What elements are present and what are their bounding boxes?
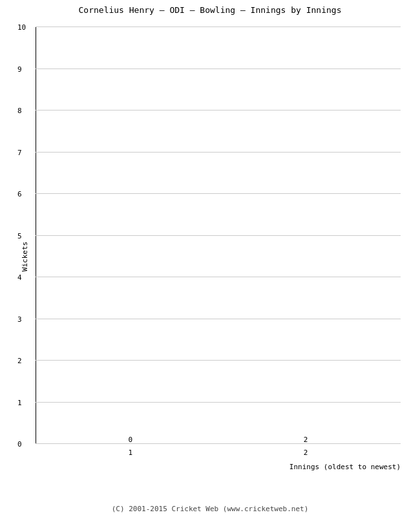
plot-area: 0 1 2 3 4 5 6 7 8 bbox=[36, 27, 401, 444]
x-axis-label: Innings (oldest to newest) bbox=[289, 463, 401, 471]
ytick-1: 1 bbox=[17, 398, 22, 406]
grid-line-0 bbox=[36, 443, 401, 444]
grid-line-10 bbox=[36, 26, 401, 27]
plot-border bbox=[36, 27, 401, 444]
ytick-3: 3 bbox=[17, 315, 22, 323]
ytick-4: 4 bbox=[17, 273, 22, 282]
xtick-1: 1 bbox=[129, 448, 133, 457]
grid-line-5 bbox=[36, 235, 401, 236]
ytick-9: 9 bbox=[17, 65, 22, 73]
grid-line-6 bbox=[36, 193, 401, 194]
ytick-6: 6 bbox=[17, 190, 22, 198]
y-axis-label: Wickets bbox=[21, 242, 29, 271]
ytick-5: 5 bbox=[17, 231, 22, 240]
grid-line-4 bbox=[36, 277, 401, 277]
chart-container: Cornelius Henry – ODI – Bowling – Inning… bbox=[0, 0, 420, 517]
bar-1-label: 0 bbox=[129, 436, 133, 444]
ytick-0: 0 bbox=[17, 440, 22, 448]
grid-line-3 bbox=[36, 319, 401, 319]
grid-line-7 bbox=[36, 152, 401, 153]
grid-line-1 bbox=[36, 402, 401, 403]
grid-line-8 bbox=[36, 110, 401, 111]
ytick-8: 8 bbox=[17, 107, 22, 115]
bar-2-label: 2 bbox=[304, 436, 308, 444]
ytick-2: 2 bbox=[17, 357, 22, 365]
ytick-7: 7 bbox=[17, 148, 22, 156]
chart-title: Cornelius Henry – ODI – Bowling – Inning… bbox=[79, 5, 342, 15]
chart-footer: (C) 2001-2015 Cricket Web (www.cricketwe… bbox=[0, 505, 420, 513]
grid-line-9 bbox=[36, 69, 401, 69]
ytick-10: 10 bbox=[17, 23, 26, 32]
grid-line-2 bbox=[36, 360, 401, 361]
xtick-2: 2 bbox=[304, 448, 308, 457]
